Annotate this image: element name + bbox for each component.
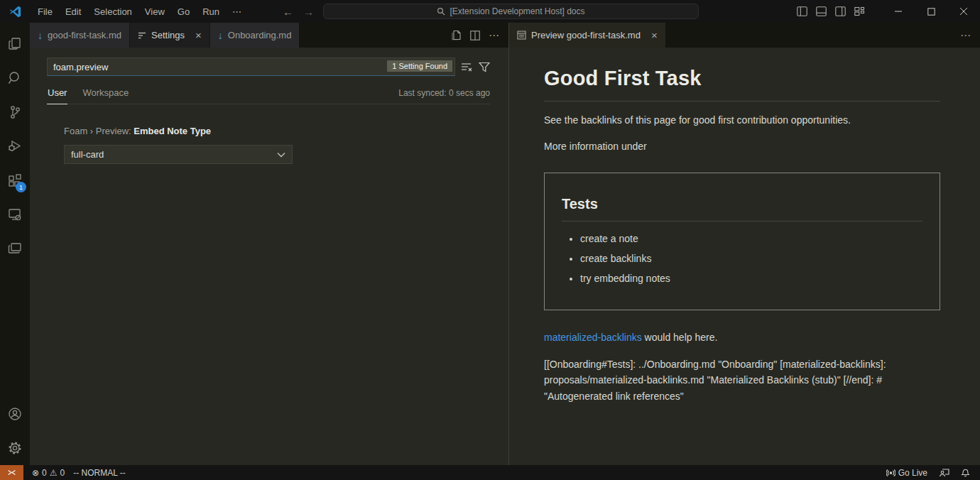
tab-strip-left: ↓ good-first-task.md Settings × ↓ Onboar… xyxy=(30,23,508,48)
markdown-preview-pane: Good First Task See the backlinks of thi… xyxy=(509,48,980,416)
settings-scope-tabs: User Workspace Last synced: 0 secs ago xyxy=(47,83,490,104)
dropdown-value: full-card xyxy=(71,149,104,160)
menu-run[interactable]: Run xyxy=(196,3,226,20)
go-live-button[interactable]: Go Live xyxy=(882,465,932,480)
extensions-badge: 1 xyxy=(16,182,26,192)
window-controls xyxy=(793,0,980,23)
vscode-window: File Edit Selection View Go Run ⋯ ← → [E… xyxy=(0,0,980,480)
feedback-icon[interactable] xyxy=(935,465,954,480)
split-editor-icon[interactable] xyxy=(470,31,480,40)
preview-paragraph: More information under xyxy=(544,139,940,154)
tab-onboarding[interactable]: ↓ Onboarding.md xyxy=(210,23,300,48)
minimize-button[interactable] xyxy=(882,0,915,23)
explorer-icon[interactable] xyxy=(0,27,30,61)
tab-settings[interactable]: Settings × xyxy=(130,23,210,48)
warning-count: 0 xyxy=(60,468,65,478)
menu-more[interactable]: ⋯ xyxy=(226,3,249,20)
vim-mode-status[interactable]: -- NORMAL -- xyxy=(69,465,130,480)
scope-tab-workspace[interactable]: Workspace xyxy=(82,83,129,104)
settings-result-badge: 1 Setting Found xyxy=(387,60,452,72)
markdown-file-icon: ↓ xyxy=(38,31,43,40)
menu-file[interactable]: File xyxy=(31,3,59,20)
remote-explorer-icon[interactable] xyxy=(0,197,30,231)
setting-item-embed-note-type: Foam › Preview: Embed Note Type full-car… xyxy=(47,126,490,164)
maximize-button[interactable] xyxy=(915,0,947,23)
settings-editor: 1 Setting Found User Workspace Last xyxy=(30,48,508,164)
customize-layout-icon[interactable] xyxy=(850,0,869,23)
command-center-label: [Extension Development Host] docs xyxy=(450,6,584,16)
list-item: try embedding notes xyxy=(580,271,922,286)
menu-go[interactable]: Go xyxy=(171,3,196,20)
preview-title: Good First Task xyxy=(544,63,940,102)
preview-paragraph: materialized-backlinks would help here. xyxy=(544,330,940,345)
nav-forward-icon[interactable]: → xyxy=(303,6,314,18)
markdown-file-icon: ↓ xyxy=(218,31,223,40)
more-actions-icon[interactable]: ⋯ xyxy=(489,29,500,42)
command-center-search[interactable]: [Extension Development Host] docs xyxy=(323,4,699,19)
list-item: create backlinks xyxy=(580,251,922,266)
settings-search: 1 Setting Found xyxy=(47,58,455,76)
editor-group-left: ↓ good-first-task.md Settings × ↓ Onboar… xyxy=(30,23,508,465)
filter-settings-icon[interactable] xyxy=(479,62,490,72)
preview-paragraph: See the backlinks of this page for good … xyxy=(544,113,940,128)
close-tab-icon[interactable]: × xyxy=(651,30,658,40)
link-references-text: [[Onboarding#Tests]: ../Onboarding.md "O… xyxy=(544,356,903,405)
link-suffix-text: would help here. xyxy=(642,332,718,343)
tab-preview-good-first-task[interactable]: Preview good-first-task.md × xyxy=(509,23,666,48)
embed-note-type-dropdown[interactable]: full-card xyxy=(64,145,293,164)
scope-tab-user[interactable]: User xyxy=(47,83,67,104)
extensions-icon[interactable]: 1 xyxy=(0,163,30,197)
last-synced-label: Last synced: 0 secs ago xyxy=(398,88,490,104)
run-debug-icon[interactable] xyxy=(0,129,30,163)
toggle-primary-sidebar-icon[interactable] xyxy=(793,0,812,23)
close-tab-icon[interactable]: × xyxy=(195,30,202,40)
open-settings-json-icon[interactable] xyxy=(451,30,462,40)
embedded-note-list: create a note create backlinks try embed… xyxy=(562,231,922,286)
title-bar: File Edit Selection View Go Run ⋯ ← → [E… xyxy=(0,0,980,23)
more-actions-icon[interactable]: ⋯ xyxy=(960,29,971,42)
nav-back-icon[interactable]: ← xyxy=(283,6,293,18)
warning-icon: ⚠ xyxy=(50,468,58,478)
tab-strip-right: Preview good-first-task.md × ⋯ xyxy=(509,23,980,48)
list-item: create a note xyxy=(580,231,922,246)
settings-editor-icon xyxy=(138,31,146,40)
notifications-bell-icon[interactable] xyxy=(957,465,974,480)
broadcast-icon xyxy=(886,469,895,477)
setting-name: Embed Note Type xyxy=(134,126,211,136)
menu-edit[interactable]: Edit xyxy=(59,3,87,20)
search-view-icon[interactable] xyxy=(0,61,30,95)
menu-selection[interactable]: Selection xyxy=(87,3,138,20)
embedded-note-card: Tests create a note create backlinks try… xyxy=(544,173,940,310)
chevron-down-icon xyxy=(277,152,285,158)
tab-label: Onboarding.md xyxy=(228,30,292,40)
windows-view-icon[interactable] xyxy=(0,231,30,266)
toggle-secondary-sidebar-icon[interactable] xyxy=(831,0,850,23)
embedded-note-title: Tests xyxy=(562,193,922,222)
materialized-backlinks-link[interactable]: materialized-backlinks xyxy=(544,332,642,343)
menu-view[interactable]: View xyxy=(138,3,171,20)
toggle-panel-icon[interactable] xyxy=(812,0,831,23)
go-live-label: Go Live xyxy=(898,468,927,478)
setting-category: Foam › Preview: xyxy=(64,126,134,136)
tab-label: Preview good-first-task.md xyxy=(531,30,641,40)
tab-good-first-task[interactable]: ↓ good-first-task.md xyxy=(30,23,130,48)
settings-gear-icon[interactable] xyxy=(0,431,30,465)
tab-label: good-first-task.md xyxy=(48,30,121,40)
source-control-icon[interactable] xyxy=(0,95,30,129)
problems-status[interactable]: ⊗ 0 ⚠ 0 xyxy=(28,465,69,480)
search-icon xyxy=(437,7,445,16)
vscode-logo-icon xyxy=(9,5,21,18)
status-bar: ⊗ 0 ⚠ 0 -- NORMAL -- Go Live xyxy=(0,465,980,480)
clear-settings-search-icon[interactable] xyxy=(461,62,472,72)
close-window-button[interactable] xyxy=(947,0,980,23)
setting-label: Foam › Preview: Embed Note Type xyxy=(64,126,490,136)
activity-bar: 1 xyxy=(0,23,30,465)
tab-label: Settings xyxy=(151,30,185,40)
error-icon: ⊗ xyxy=(32,468,39,478)
markdown-preview-icon xyxy=(517,31,526,40)
remote-indicator[interactable] xyxy=(0,465,23,480)
error-count: 0 xyxy=(42,468,47,478)
account-icon[interactable] xyxy=(0,397,30,431)
editor-group-right: Preview good-first-task.md × ⋯ Good Firs… xyxy=(509,23,980,465)
